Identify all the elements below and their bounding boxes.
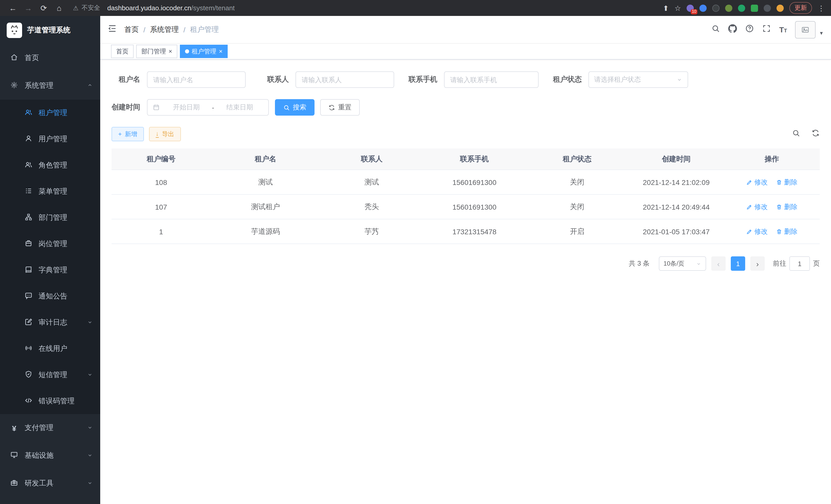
share-icon[interactable]: ⬆ [663, 4, 668, 12]
fullscreen-icon[interactable] [762, 24, 771, 35]
edit-link[interactable]: 修改 [746, 178, 768, 187]
sidebar-item-payment[interactable]: ¥ 支付管理 [0, 414, 100, 442]
extension-icon-1[interactable]: 10 [687, 4, 694, 11]
sidebar-item-label: 在线用户 [38, 344, 67, 353]
extension-icon-5[interactable] [738, 4, 745, 11]
chrome-update-button[interactable]: 更新 [790, 2, 812, 14]
tab-label: 部门管理 [141, 47, 166, 56]
breadcrumb-separator: / [143, 25, 145, 34]
contact-input[interactable] [295, 71, 394, 88]
start-date-placeholder: 开始日期 [163, 103, 210, 112]
tab-tenant[interactable]: 租户管理 × [180, 45, 228, 58]
page-size-select[interactable]: 10条/页 [659, 256, 706, 271]
status-select[interactable]: 请选择租户状态 [589, 71, 688, 88]
sidebar-item-sms[interactable]: 短信管理 [0, 362, 100, 388]
sidebar-item-online-users[interactable]: 在线用户 [0, 335, 100, 362]
extension-icon-2[interactable] [699, 4, 707, 11]
delete-link[interactable]: 删除 [776, 178, 798, 187]
address-bar[interactable]: dashboard.yudao.iocoder.cn /system/tenan… [107, 4, 661, 12]
prev-page-button[interactable]: ‹ [711, 256, 726, 271]
message-icon [25, 292, 32, 301]
browser-home-icon[interactable]: ⌂ [52, 1, 66, 14]
profile-avatar-icon[interactable] [776, 4, 784, 11]
avatar-caret-icon[interactable]: ▾ [820, 30, 823, 36]
add-button[interactable]: + 新增 [112, 127, 144, 141]
search-button[interactable]: 搜索 [275, 99, 315, 116]
tab-home[interactable]: 首页 [111, 45, 134, 58]
font-size-icon[interactable]: T T [779, 26, 787, 33]
filter-contact: 联系人 [260, 71, 394, 88]
screen: ← → ⟳ ⌂ ⚠ 不安全 dashboard.yudao.iocoder.cn… [0, 0, 831, 504]
browser-menu-icon[interactable]: ⋮ [818, 4, 825, 12]
font-size-glyph-small: T [784, 28, 787, 33]
avatar[interactable] [795, 21, 816, 38]
end-date-placeholder: 结束日期 [216, 103, 263, 112]
code-icon [25, 396, 32, 406]
page-number-1[interactable]: 1 [731, 256, 745, 271]
sidebar-item-role[interactable]: 角色管理 [0, 152, 100, 178]
delete-link[interactable]: 删除 [776, 202, 798, 211]
extension-icon-3[interactable] [712, 4, 719, 11]
close-icon[interactable]: × [219, 48, 223, 55]
security-label: 不安全 [82, 4, 100, 12]
sidebar-item-audit-log[interactable]: 审计日志 [0, 309, 100, 335]
reset-button[interactable]: 重置 [320, 99, 360, 116]
sidebar-item-notice[interactable]: 通知公告 [0, 283, 100, 309]
sidebar-item-dict[interactable]: 字典管理 [0, 257, 100, 283]
extension-icon-6[interactable] [751, 4, 758, 11]
navbar-actions: T T ▾ [711, 21, 823, 38]
breadcrumb-section[interactable]: 系统管理 [150, 25, 179, 34]
goto-prefix: 前往 [773, 259, 786, 268]
github-icon[interactable] [728, 24, 737, 35]
sidebar-item-menu[interactable]: 菜单管理 [0, 178, 100, 205]
next-page-button[interactable]: › [750, 256, 765, 271]
sidebar-item-label: 租户管理 [38, 108, 67, 117]
sidebar-item-home[interactable]: 首页 [0, 44, 100, 72]
trash-icon [776, 204, 782, 210]
sidebar-item-tenant[interactable]: 租户管理 [0, 100, 100, 126]
filter-row-1: 租户名 联系人 联系手机 租户状态 请选择租户状态 [112, 71, 820, 88]
browser-toolbar: ← → ⟳ ⌂ ⚠ 不安全 dashboard.yudao.iocoder.cn… [0, 0, 831, 16]
sidebar-item-infra[interactable]: 基础设施 [0, 442, 100, 470]
bookmark-star-icon[interactable]: ☆ [675, 4, 681, 12]
edit-link[interactable]: 修改 [746, 227, 768, 236]
sidebar-item-user[interactable]: 用户管理 [0, 126, 100, 152]
url-path: /system/tenant [191, 4, 235, 12]
sidebar-item-label: 审计日志 [38, 318, 67, 327]
help-icon[interactable] [745, 24, 754, 35]
edit-link[interactable]: 修改 [746, 202, 768, 211]
sidebar-collapse-icon[interactable] [107, 24, 117, 35]
phone-input[interactable] [444, 71, 539, 88]
logo[interactable]: 芋道管理系统 [0, 16, 100, 44]
extension-icon-4[interactable] [725, 4, 732, 11]
toggle-search-icon[interactable] [792, 129, 800, 139]
pagination-goto: 前往 页 [773, 256, 820, 271]
refresh-icon[interactable] [811, 129, 820, 139]
extension-icon-7[interactable] [764, 4, 771, 11]
sidebar-item-devtools[interactable]: 研发工具 [0, 470, 100, 497]
search-icon[interactable] [711, 24, 720, 35]
sidebar-item-post[interactable]: 岗位管理 [0, 231, 100, 257]
security-indicator[interactable]: ⚠ 不安全 [73, 4, 100, 12]
sidebar-item-dept[interactable]: 部门管理 [0, 205, 100, 231]
tenant-name-input[interactable] [147, 71, 246, 88]
export-button[interactable]: ↓ 导出 [149, 127, 181, 141]
gear-icon [10, 81, 18, 90]
browser-actions: ⬆ ☆ 10 更新 ⋮ [663, 2, 825, 14]
delete-link[interactable]: 删除 [776, 227, 798, 236]
sidebar-item-system[interactable]: 系统管理 [0, 72, 100, 100]
breadcrumb-home[interactable]: 首页 [124, 25, 139, 34]
close-icon[interactable]: × [169, 48, 172, 55]
table-toolbar: + 新增 ↓ 导出 [112, 127, 820, 141]
status-select-placeholder: 请选择租户状态 [594, 75, 676, 84]
date-range-picker[interactable]: 开始日期 - 结束日期 [147, 99, 269, 116]
browser-forward-icon[interactable]: → [22, 1, 35, 14]
browser-reload-icon[interactable]: ⟳ [37, 1, 50, 14]
page-size-value: 10条/页 [663, 259, 696, 268]
app-title: 芋道管理系统 [27, 25, 70, 35]
sidebar-item-error-code[interactable]: 错误码管理 [0, 388, 100, 414]
home-icon [10, 53, 18, 63]
tab-dept[interactable]: 部门管理 × [136, 45, 177, 58]
browser-back-icon[interactable]: ← [6, 1, 20, 14]
goto-page-input[interactable] [790, 256, 810, 271]
